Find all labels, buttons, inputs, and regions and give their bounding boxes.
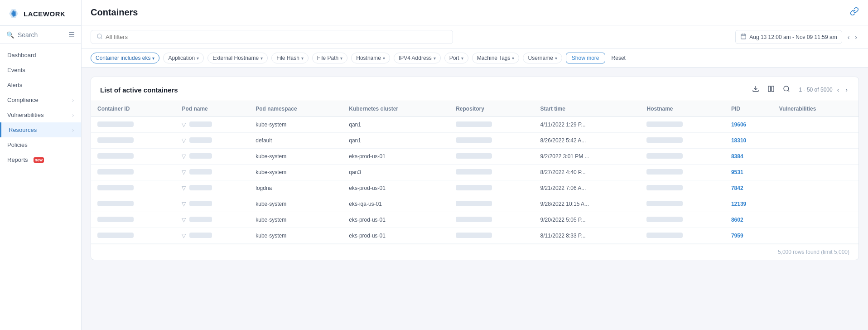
nav-label: Compliance <box>7 97 39 103</box>
cell-kubernetes-cluster: qan1 <box>342 117 449 133</box>
nav-label: Policies <box>7 141 28 148</box>
filter-btn-application[interactable]: Application ▾ <box>163 53 204 63</box>
download-button[interactable] <box>750 83 761 96</box>
pid-link[interactable]: 12139 <box>731 201 746 207</box>
cell-hostname <box>640 212 724 228</box>
menu-icon[interactable]: ☰ <box>68 30 75 39</box>
pagination-next-button[interactable]: › <box>844 85 849 94</box>
cell-pid[interactable]: 8384 <box>725 149 773 165</box>
pid-link[interactable]: 19606 <box>731 121 746 128</box>
table-row: ▽ kube-system eks-prod-us-01 8/11/2022 8… <box>91 228 858 244</box>
date-prev-button[interactable]: ‹ <box>846 33 852 42</box>
show-more-button[interactable]: Show more <box>566 53 605 63</box>
nav-label: Events <box>7 67 25 73</box>
filter-btn-username[interactable]: Username ▾ <box>523 53 562 63</box>
cell-pid[interactable]: 18310 <box>725 133 773 149</box>
filter-btn-arrow: ▾ <box>512 56 514 61</box>
svg-rect-2 <box>741 34 746 39</box>
cell-repository <box>449 165 534 180</box>
col-pod-namespace: Pod namespace <box>249 101 342 117</box>
search-box-icon <box>96 33 103 41</box>
link-icon[interactable] <box>850 7 859 18</box>
cell-container-id <box>91 212 175 228</box>
containers-table-card: List of active containers <box>91 77 859 260</box>
pid-link[interactable]: 18310 <box>731 137 746 144</box>
pid-link[interactable]: 7959 <box>731 233 743 239</box>
chevron-right-icon: › <box>72 112 74 118</box>
filter-btn-port[interactable]: Port ▾ <box>444 53 468 63</box>
cell-start-time: 9/28/2022 10:15 A... <box>534 196 641 212</box>
sidebar-item-vulnerabilities[interactable]: Vulnerabilities› <box>0 107 81 122</box>
date-picker[interactable]: Aug 13 12:00 am - Nov 09 11:59 am <box>735 30 842 44</box>
cell-pid[interactable]: 7959 <box>725 228 773 244</box>
sidebar-item-compliance[interactable]: Compliance› <box>0 92 81 107</box>
col-pid: PID <box>725 101 773 117</box>
sidebar-item-alerts[interactable]: Alerts <box>0 78 81 92</box>
svg-rect-8 <box>772 86 774 92</box>
cell-container-id <box>91 180 175 196</box>
columns-button[interactable] <box>766 83 776 96</box>
cell-repository <box>449 133 534 149</box>
sidebar-item-reports[interactable]: Reportsnew <box>0 152 81 167</box>
cell-pod-name: ▽ <box>175 165 249 180</box>
cell-kubernetes-cluster: qan1 <box>342 133 449 149</box>
nav-label: Alerts <box>7 82 22 88</box>
sidebar-item-policies[interactable]: Policies <box>0 137 81 152</box>
pid-link[interactable]: 8602 <box>731 217 743 223</box>
pid-link[interactable]: 8384 <box>731 153 743 160</box>
cell-container-id <box>91 149 175 165</box>
cell-pod-namespace: default <box>249 133 342 149</box>
sidebar-item-events[interactable]: Events <box>0 63 81 78</box>
main-content: Containers Aug 13 12:00 am - Nov 09 11:5… <box>82 0 868 330</box>
cell-pod-name: ▽ <box>175 228 249 244</box>
filter-btn-arrow: ▾ <box>301 56 304 61</box>
cell-container-id <box>91 165 175 180</box>
calendar-icon <box>740 33 747 41</box>
filter-btn-external-hostname[interactable]: External Hostname ▾ <box>207 53 268 63</box>
cell-pid[interactable]: 19606 <box>725 117 773 133</box>
search-table-button[interactable] <box>781 83 792 96</box>
cell-pod-namespace: logdna <box>249 180 342 196</box>
search-input[interactable] <box>106 34 447 40</box>
chevron-right-icon: › <box>72 97 74 103</box>
filter-btn-file-hash[interactable]: File Hash ▾ <box>271 53 309 63</box>
cell-vulnerabilities <box>773 228 858 244</box>
cell-hostname <box>640 180 724 196</box>
cell-kubernetes-cluster: eks-prod-us-01 <box>342 149 449 165</box>
filter-btn-arrow: ▾ <box>340 56 342 61</box>
table-header-row: Container ID Pod name Pod namespace Kube… <box>91 101 858 117</box>
cell-start-time: 8/27/2022 4:40 P... <box>534 165 641 180</box>
reset-button[interactable]: Reset <box>609 53 628 63</box>
cell-pid[interactable]: 9531 <box>725 165 773 180</box>
pid-link[interactable]: 7842 <box>731 185 743 191</box>
cell-start-time: 8/26/2022 5:42 A... <box>534 133 641 149</box>
filter-btn-ipv4[interactable]: IPV4 Address ▾ <box>394 53 441 63</box>
svg-point-9 <box>784 86 789 91</box>
filter-btn-machine-tags[interactable]: Machine Tags ▾ <box>472 53 520 63</box>
filter-btn-label: Port <box>449 55 459 61</box>
sidebar-logo: LACEWORK <box>0 0 81 26</box>
pagination-prev-button[interactable]: ‹ <box>835 85 841 94</box>
filter-btn-arrow: ▾ <box>434 56 436 61</box>
cell-pid[interactable]: 12139 <box>725 196 773 212</box>
cell-pod-name: ▽ <box>175 149 249 165</box>
filter-btn-file-path[interactable]: File Path ▾ <box>312 53 347 63</box>
date-next-button[interactable]: › <box>853 33 859 42</box>
sidebar-search[interactable]: 🔍 Search ☰ <box>0 26 81 44</box>
nav-label: Vulnerabilities <box>7 112 43 118</box>
cell-vulnerabilities <box>773 133 858 149</box>
sidebar-item-resources[interactable]: Resources› <box>0 122 81 137</box>
pid-link[interactable]: 9531 <box>731 169 743 175</box>
cell-hostname <box>640 149 724 165</box>
sidebar-item-dashboard[interactable]: Dashboard <box>0 48 81 63</box>
search-box[interactable] <box>91 30 453 44</box>
filter-btn-hostname[interactable]: Hostname ▾ <box>351 53 390 63</box>
cell-kubernetes-cluster: eks-prod-us-01 <box>342 180 449 196</box>
cell-start-time: 9/20/2022 5:05 P... <box>534 212 641 228</box>
cell-pid[interactable]: 7842 <box>725 180 773 196</box>
cell-pid[interactable]: 8602 <box>725 212 773 228</box>
table-row: ▽ kube-system qan1 4/11/2022 1:29 P... 1… <box>91 117 858 133</box>
sidebar: LACEWORK 🔍 Search ☰ DashboardEventsAlert… <box>0 0 82 330</box>
filter-chip-container[interactable]: Container includes eks ▾ <box>91 53 159 63</box>
cell-vulnerabilities <box>773 180 858 196</box>
